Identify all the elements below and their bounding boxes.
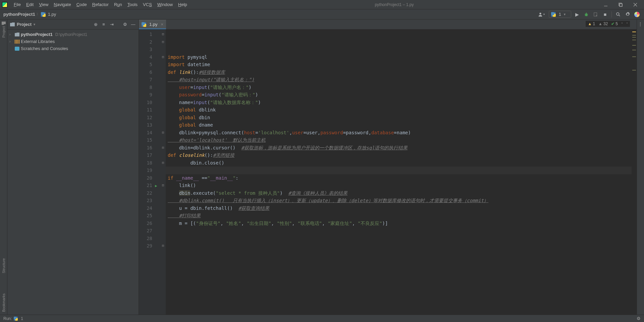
right-tool-rail: ⋮ (637, 19, 644, 315)
tab-label: 1.py (149, 22, 158, 27)
menu-file[interactable]: File (11, 1, 23, 8)
search-button[interactable] (614, 11, 622, 18)
menu-help[interactable]: Help (176, 1, 190, 8)
run-config-label: 1 (559, 12, 561, 17)
status-bar: Run: 1 ⚙ (0, 315, 644, 322)
library-icon (15, 40, 19, 44)
line-number-gutter[interactable]: 1234567891011121314151617181920212223242… (139, 30, 155, 315)
nav-bar: pythonProject1 〉 1.py ▾ 1 ▼ ▶ ■ (0, 9, 644, 19)
error-stripe[interactable] (632, 30, 637, 315)
stop-button: ■ (601, 11, 609, 18)
svg-line-11 (585, 15, 586, 16)
rail-project-button[interactable]: Project (2, 21, 6, 38)
run-coverage-button[interactable] (592, 11, 599, 18)
sidebar-title: Project (17, 22, 32, 27)
rail-structure-button[interactable]: Structure (2, 258, 6, 273)
breadcrumb-file[interactable]: 1.py (48, 12, 56, 17)
python-file-icon (142, 22, 146, 27)
python-file-icon (41, 12, 46, 17)
run-tool-window-button[interactable]: Run: 1 (3, 316, 23, 321)
python-icon (14, 317, 18, 321)
close-tab-icon[interactable]: × (161, 22, 164, 27)
inspection-errors[interactable]: ▲1 (588, 21, 595, 26)
editor-body[interactable]: 1234567891011121314151617181920212223242… (139, 30, 637, 315)
svg-rect-2 (620, 4, 622, 6)
editor-tab-active[interactable]: 1.py × (139, 20, 166, 29)
code-content[interactable]: import pymysqlimport datetimedef link():… (166, 30, 637, 315)
run-config-select[interactable]: 1 ▼ (549, 11, 571, 18)
chevron-down-icon[interactable]: ˅ (626, 22, 628, 26)
debug-button[interactable] (583, 11, 590, 18)
settings-button[interactable] (624, 11, 631, 18)
title-bar: File Edit View Navigate Code Refactor Ru… (0, 0, 644, 9)
svg-point-6 (539, 12, 541, 14)
tree-scratches[interactable]: Scratches and Consoles (9, 45, 137, 52)
run-button[interactable]: ▶ (573, 11, 581, 18)
collapse-all-button[interactable]: ⇥ (109, 22, 114, 27)
chevron-right-icon[interactable]: › (9, 33, 13, 36)
project-sidebar: Project ▼ ⊕ ≡ ⇥ ⚙ — › pythonProject1 D:\… (7, 19, 139, 315)
folder-icon (2, 21, 6, 25)
window-controls (599, 1, 642, 9)
window-title: pythonProject1 – 1.py (190, 2, 599, 7)
svg-line-10 (587, 14, 588, 14)
user-button[interactable]: ▾ (536, 11, 547, 17)
chevron-down-icon[interactable]: ▼ (33, 23, 36, 26)
inspection-typos[interactable]: ✔5 (611, 21, 618, 26)
select-opened-file-button[interactable]: ⊕ (93, 22, 98, 27)
expand-all-button[interactable]: ≡ (101, 22, 106, 27)
project-tree: › pythonProject1 D:\pythonProject1 › Ext… (7, 30, 139, 53)
status-settings-button[interactable]: ⚙ (637, 316, 641, 321)
svg-line-12 (587, 15, 588, 16)
inspection-warnings[interactable]: ▲32 (598, 21, 608, 26)
sidebar-settings-button[interactable]: ⚙ (122, 22, 128, 27)
svg-line-9 (585, 14, 586, 14)
editor-tabbar: 1.py × (139, 19, 637, 30)
codewithme-button[interactable] (633, 11, 641, 18)
menu-view[interactable]: View (37, 1, 51, 8)
editor-area: 1.py × 123456789101112131415161718192021… (139, 19, 637, 315)
tree-external-libs[interactable]: › External Libraries (9, 38, 137, 45)
app-logo (2, 2, 7, 7)
menu-code[interactable]: Code (74, 1, 89, 8)
svg-line-16 (619, 15, 620, 16)
left-tool-rail: Project Structure Bookmarks (0, 19, 7, 315)
menu-tools[interactable]: Tools (125, 1, 140, 8)
hide-sidebar-button[interactable]: — (130, 22, 136, 27)
fold-gutter[interactable]: ⊟⊟ ⊟ ⊟ ⊟ ⊟ ⊟ ⊟ (160, 30, 166, 315)
minimize-button[interactable] (599, 1, 612, 9)
breadcrumb: pythonProject1 〉 1.py (3, 12, 56, 17)
more-tools-button[interactable]: ⋮ (638, 21, 643, 27)
folder-icon (15, 33, 19, 37)
rail-bookmarks-button[interactable]: Bookmarks (2, 293, 6, 312)
run-gutter[interactable]: ▶ (155, 30, 160, 315)
sidebar-header: Project ▼ ⊕ ≡ ⇥ ⚙ — (7, 19, 139, 30)
menu-navigate[interactable]: Navigate (51, 1, 73, 8)
tree-project-root[interactable]: › pythonProject1 D:\pythonProject1 (9, 31, 137, 38)
chevron-right-icon: 〉 (37, 12, 40, 16)
maximize-button[interactable] (614, 1, 627, 9)
menu-edit[interactable]: Edit (24, 1, 36, 8)
python-icon (551, 12, 556, 17)
menu-vcs[interactable]: VCS (141, 1, 154, 8)
svg-point-15 (616, 12, 619, 15)
menu-window[interactable]: Window (155, 1, 175, 8)
chevron-up-icon[interactable]: ˄ (621, 22, 623, 26)
breadcrumb-project[interactable]: pythonProject1 (3, 12, 35, 17)
menu-refactor[interactable]: Refactor (90, 1, 111, 8)
scratches-icon (15, 47, 19, 51)
svg-point-7 (585, 13, 588, 16)
folder-icon (10, 22, 15, 27)
close-button[interactable] (629, 1, 642, 9)
chevron-right-icon[interactable]: › (9, 40, 13, 43)
main-menu: File Edit View Navigate Code Refactor Ru… (11, 1, 190, 8)
menu-run[interactable]: Run (112, 1, 124, 8)
inspections-widget[interactable]: ▲1 ▲32 ✔5 ˄ ˅ (586, 21, 630, 27)
